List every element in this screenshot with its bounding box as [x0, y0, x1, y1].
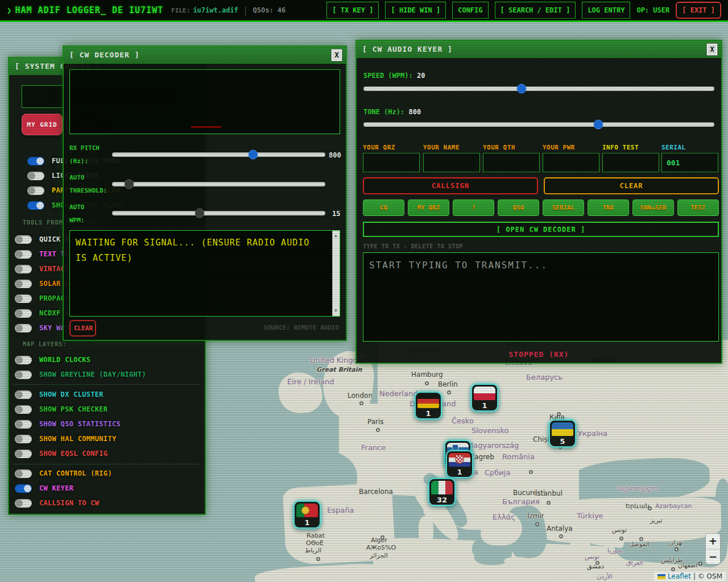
macro-button-5[interactable]: TNX [588, 199, 629, 216]
zoom-in-button[interactable]: + [706, 534, 720, 549]
city-dot [447, 390, 451, 394]
layer-b-toggle-0[interactable] [15, 390, 32, 399]
tx-textarea[interactable] [363, 252, 719, 342]
field-label-0: YOUR QRZ [363, 144, 395, 151]
map-label-8: Česko [452, 417, 474, 425]
topbar-button-2[interactable]: CONFIG [452, 2, 488, 19]
threshold-slider[interactable] [112, 182, 325, 186]
decoder-clear-button[interactable]: CLEAR [69, 320, 96, 336]
main-toggle-0[interactable] [27, 157, 44, 165]
exit-button[interactable]: [ EXIT ] [676, 2, 721, 19]
field-input-2[interactable] [483, 153, 540, 172]
marker-ua[interactable]: 5 [549, 419, 576, 447]
open-cw-decoder-button[interactable]: [ OPEN CW DECODER ] [363, 222, 719, 237]
layer-c-toggle-1[interactable] [15, 484, 32, 493]
macro-button-1[interactable]: MY QRZ [408, 199, 449, 216]
map-label-30: AЖo5%O [366, 544, 396, 551]
tool-toggle-4[interactable] [15, 294, 32, 303]
ukraine-flag-icon [552, 422, 573, 436]
speed-slider[interactable] [363, 86, 714, 91]
map-label-18: Беларусь [526, 373, 562, 381]
field-label-1: YOUR NAME [423, 144, 460, 151]
marker-hr[interactable]: 1 [446, 450, 473, 478]
city-dot [675, 547, 679, 551]
decoder-output[interactable]: WAITING FOR SIGNAL... (ENSURE RADIO AUDI… [69, 230, 340, 317]
tool-toggle-2[interactable] [15, 265, 32, 273]
threshold-thumb[interactable] [125, 180, 134, 189]
map-label-16: България [502, 497, 540, 506]
field-input-5[interactable] [661, 153, 718, 172]
layer-b-toggle-2[interactable] [15, 420, 32, 429]
marker-de[interactable]: 1 [415, 392, 442, 419]
macro-button-3[interactable]: QSO [498, 199, 539, 216]
topbar-button-4[interactable]: LOG ENTRY [582, 2, 630, 19]
divider [14, 384, 200, 385]
marker-it[interactable]: 32 [428, 478, 456, 506]
scrollbar[interactable]: ▲ ▼ [332, 231, 340, 316]
main-toggle-3[interactable] [27, 201, 44, 210]
waveform-display [69, 69, 340, 134]
toggle-knob [15, 391, 23, 398]
toggle-knob [15, 236, 23, 243]
topbar-button-1[interactable]: [ HIDE WIN ] [385, 2, 446, 19]
wpm-slider[interactable] [112, 211, 325, 215]
macro-button-6[interactable]: 5NN+SER [632, 199, 674, 216]
scroll-up-icon[interactable]: ▲ [333, 232, 340, 240]
tone-thumb[interactable] [594, 120, 603, 130]
field-input-1[interactable] [423, 153, 480, 172]
tool-toggle-5[interactable] [15, 309, 32, 318]
layer-a-toggle-0[interactable] [15, 356, 32, 364]
leaflet-link[interactable]: Leaflet [668, 572, 691, 580]
topbar-button-3[interactable]: [ SEARCH / EDIT ] [495, 2, 576, 19]
zoom-out-button[interactable]: − [706, 550, 720, 564]
tone-slider[interactable] [363, 122, 714, 127]
layer-b-label-2: SHOW QSO STATISTICS [39, 420, 121, 428]
toggle-knob [28, 172, 35, 180]
divider [14, 464, 200, 464]
field-input-0[interactable] [363, 153, 420, 172]
field-input-4[interactable] [602, 153, 659, 172]
keyer-clear-button[interactable]: CLEAR [544, 177, 719, 194]
layer-a-row-1: SHOW GREYLINE (DAY/NIGHT) [9, 367, 205, 382]
close-icon[interactable]: X [706, 43, 718, 56]
layer-a-toggle-1[interactable] [15, 371, 32, 379]
layer-b-toggle-1[interactable] [15, 405, 32, 414]
speed-thumb[interactable] [516, 84, 526, 94]
layer-b-row-3: SHOW HAL COMMUNITY [9, 431, 205, 446]
map-label-25: España [327, 506, 354, 514]
macro-button-2[interactable]: ? [453, 199, 494, 216]
macro-button-7[interactable]: TEST [677, 199, 719, 216]
marker-pl[interactable]: 1 [471, 384, 498, 411]
map-label-17: İstanbul [535, 489, 562, 497]
close-icon[interactable]: X [331, 49, 342, 61]
map-label-42: تبريز [650, 517, 663, 524]
my-grid-button[interactable]: MY GRID [22, 114, 63, 135]
tool-toggle-1[interactable] [15, 250, 32, 259]
marker-pt[interactable]: 1 [293, 501, 321, 529]
macro-button-0[interactable]: CQ [363, 199, 404, 216]
layer-c-toggle-0[interactable] [15, 469, 32, 478]
map-label-9: Slovensko [471, 426, 509, 435]
layer-c-toggle-2[interactable] [15, 499, 32, 508]
tool-toggle-6[interactable] [15, 324, 32, 332]
rx-pitch-label1: RX PITCH [69, 144, 100, 152]
callsign-button[interactable]: CALLSIGN [363, 177, 538, 194]
tool-toggle-3[interactable] [15, 280, 32, 288]
rx-pitch-slider[interactable] [112, 152, 325, 157]
cw-keyer-title: [ CW AUDIO KEYER ] [357, 41, 721, 58]
rx-pitch-thumb[interactable] [248, 150, 258, 160]
marker-count: 5 [550, 437, 575, 446]
toggle-knob [15, 371, 23, 379]
wpm-thumb[interactable] [195, 209, 204, 218]
main-toggle-1[interactable] [27, 172, 44, 180]
tool-toggle-0[interactable] [15, 235, 32, 244]
layer-b-toggle-4[interactable] [15, 450, 32, 458]
macro-button-4[interactable]: SERIAL [543, 199, 584, 216]
main-toggle-2[interactable] [27, 186, 44, 195]
layer-b-toggle-3[interactable] [15, 435, 32, 443]
field-input-3[interactable] [543, 153, 599, 172]
map-label-5: Berlin [438, 380, 458, 388]
map-label-20: Україна [578, 429, 607, 438]
topbar-button-0[interactable]: [ TX KEY ] [326, 2, 379, 19]
scroll-down-icon[interactable]: ▼ [333, 307, 340, 315]
